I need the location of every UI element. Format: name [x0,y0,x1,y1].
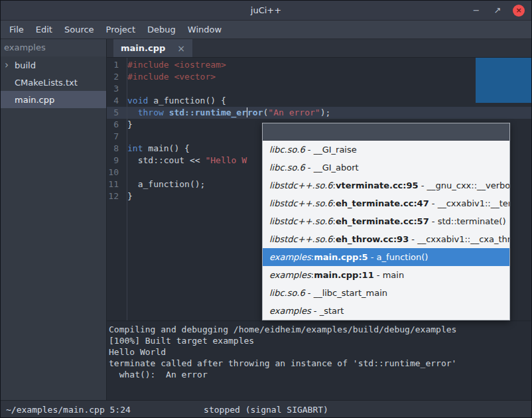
line-number: 10 [107,167,123,178]
project-name: examples [1,39,106,56]
terminal-line: terminate called after throwing an insta… [109,358,531,369]
tree-item-label: main.cpp [15,95,54,105]
line-number: 8 [107,143,123,155]
code-text: void a_function() { [123,95,226,107]
backtrace-item[interactable]: libc.so.6 - __GI_abort [263,159,509,176]
tree-item-main.cpp[interactable]: main.cpp [1,91,106,108]
menu-debug[interactable]: Debug [141,23,182,36]
tree-item-build[interactable]: ›build [1,56,106,74]
window-title: juCi++ [1,5,531,15]
popup-search-entry[interactable] [263,123,509,141]
line-number: 2 [107,71,123,83]
backtrace-item[interactable]: examples:main.cpp:5 - a_function() [263,248,509,266]
gutter-separator [127,58,127,320]
statusbar: ~/examples/main.cpp 5:24 stopped (signal… [1,400,531,418]
code-text: } [123,119,133,131]
code-text: a_function(); [123,178,205,190]
code-text: throw std::runtime_error("An error"); [123,107,330,119]
backtrace-item[interactable]: libc.so.6 - __GI_raise [263,141,509,159]
terminal-line: Compiling and debugging /home/eidheim/ex… [109,324,531,335]
line-number: 1 [107,59,123,71]
line-number: 5 [107,107,123,119]
line-number: 6 [107,119,123,131]
code-line[interactable]: 2#include <vector> [107,71,531,83]
menu-source[interactable]: Source [58,23,100,36]
terminal-line: what(): An error [109,369,531,380]
tree-item-label: build [15,60,36,70]
backtrace-item[interactable]: libstdc++.so.6:eh_terminate.cc:57 - std:… [263,212,509,230]
code-line[interactable]: 4void a_function() { [107,95,531,107]
backtrace-popup: libc.so.6 - __GI_raiselibc.so.6 - __GI_a… [262,123,510,320]
expander-icon[interactable]: › [5,60,15,70]
code-text: } [123,190,133,202]
tabbar: main.cpp × [107,39,531,58]
line-number: 4 [107,95,123,107]
menu-window[interactable]: Window [182,23,228,36]
code-text: int main() { [123,143,190,155]
code-line[interactable]: 3 [107,83,531,95]
backtrace-item[interactable]: libstdc++.so.6:eh_terminate.cc:47 - __cx… [263,194,509,212]
code-line[interactable]: 5 throw std::runtime_error("An error"); [107,107,531,119]
backtrace-item[interactable]: libc.so.6 - __libc_start_main [263,284,509,302]
status-file-position: ~/examples/main.cpp 5:24 [1,405,131,415]
window-buttons: − ↗ × [470,5,531,17]
code-text: #include <iostream> [123,59,226,71]
backtrace-item[interactable]: examples:main.cpp:11 - main [263,266,509,284]
terminal-line: [100%] Built target examples [109,335,531,346]
file-tree-panel: examples ›buildCMakeLists.txtmain.cpp [1,39,107,400]
terminal-line: Hello World [109,346,531,358]
menu-file[interactable]: File [3,23,30,36]
line-number: 12 [107,190,123,202]
line-number: 11 [107,178,123,190]
line-number: 9 [107,155,123,167]
restore-icon[interactable]: ↗ [492,5,503,17]
backtrace-item[interactable]: libstdc++.so.6:vterminate.cc:95 - __gnu_… [263,176,509,194]
code-line[interactable]: 1#include <iostream> [107,59,531,71]
tab-main-cpp[interactable]: main.cpp × [113,39,192,57]
backtrace-item[interactable]: libstdc++.so.6:eh_throw.cc:93 - __cxxabi… [263,230,509,248]
terminal-output[interactable]: Compiling and debugging /home/eidheim/ex… [107,320,531,400]
code-text: #include <vector> [123,71,216,83]
backtrace-list: libc.so.6 - __GI_raiselibc.so.6 - __GI_a… [263,141,509,320]
app-window: juCi++ − ↗ × FileEditSourceProjectDebugW… [0,0,532,418]
line-number: 7 [107,131,123,143]
tab-close-icon[interactable]: × [177,43,185,54]
close-icon[interactable]: × [513,5,525,17]
titlebar[interactable]: juCi++ − ↗ × [1,1,531,21]
code-text: std::cout << "Hello W [123,155,247,167]
tree-item-label: CMakeLists.txt [15,78,78,88]
menubar: FileEditSourceProjectDebugWindow [1,21,531,39]
menu-edit[interactable]: Edit [30,23,58,36]
tree-item-cmakelists.txt[interactable]: CMakeLists.txt [1,74,106,91]
minimize-icon[interactable]: − [470,5,482,17]
tab-label: main.cpp [121,43,165,53]
backtrace-item[interactable]: examples - _start [263,302,509,320]
file-tree: ›buildCMakeLists.txtmain.cpp [1,56,106,108]
overview-highlight [476,58,531,103]
line-number: 3 [107,83,123,95]
menu-project[interactable]: Project [100,23,141,36]
